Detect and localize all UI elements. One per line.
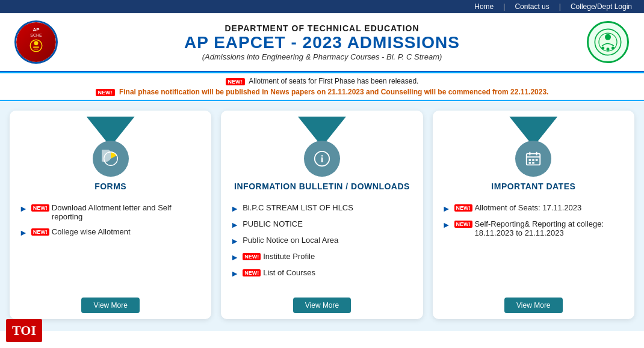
svg-rect-21: [532, 162, 534, 164]
left-logo-inner: AP SCHE: [16, 22, 56, 63]
new-badge-dt-2: NEW!: [454, 221, 472, 228]
downloads-item-4[interactable]: ► NEW! Institute Profile: [231, 252, 413, 262]
downloads-info-icon: i: [313, 150, 331, 168]
dates-item-2-text: Self-Reporting& Reporting at college: 18…: [475, 219, 625, 237]
new-badge-dl-4: NEW!: [243, 253, 261, 260]
downloads-view-more-button[interactable]: View More: [293, 298, 351, 313]
top-navigation: Home | Contact us | College/Dept Login: [0, 0, 644, 13]
downloads-item-2-text: PUBLIC NOTICE: [243, 219, 303, 228]
downloads-card-header: i INFORMATION BULLETIN / DOWNLOADS: [221, 111, 423, 196]
dates-card-footer: View More: [433, 292, 634, 319]
svg-point-6: [605, 34, 611, 40]
arrow-icon-2: ►: [19, 228, 28, 237]
new-badge-1: NEW!: [226, 78, 245, 85]
new-badge-forms-1: NEW!: [31, 204, 49, 212]
dates-item-2[interactable]: ► NEW! Self-Reporting& Reporting at coll…: [442, 219, 625, 237]
right-logo-circle: [587, 21, 629, 63]
login-link[interactable]: College/Dept Login: [571, 2, 632, 11]
forms-card-body: ► NEW! Download Allotment letter and Sel…: [10, 196, 211, 292]
downloads-item-2[interactable]: ► PUBLIC NOTICE: [231, 219, 413, 230]
right-logo-emblem-icon: [593, 27, 623, 57]
downloads-card: i INFORMATION BULLETIN / DOWNLOADS ► Bi.…: [221, 111, 423, 319]
svg-point-9: [611, 47, 615, 50]
downloads-card-body: ► Bi.P.C STREAM LIST OF HLCS ► PUBLIC NO…: [221, 196, 423, 292]
downloads-item-4-text: Institute Profile: [263, 252, 315, 261]
announcement-1: NEW! Allotment of seats for First Phase …: [12, 76, 632, 87]
downloads-item-1[interactable]: ► Bi.P.C STREAM LIST OF HLCS: [231, 203, 413, 213]
new-badge-dt-1: NEW!: [454, 204, 472, 212]
forms-chart-icon: [102, 150, 120, 168]
svg-point-8: [607, 47, 610, 50]
arrow-icon-dt-1: ►: [442, 204, 451, 213]
svg-point-1: [34, 41, 39, 46]
dates-card-header: IMPORTANT DATES: [433, 111, 634, 196]
arrow-icon-dl-3: ►: [231, 236, 239, 246]
page-subtitle: (Admissions into Engineering & Pharmacy …: [60, 52, 584, 61]
page-header: AP SCHE DEPARTMENT OF TECHNICAL EDUCATIO…: [0, 13, 644, 72]
svg-rect-2: [33, 47, 39, 48]
forms-card-title: FORMS: [88, 182, 132, 191]
arrow-icon-dl-5: ►: [231, 269, 239, 278]
forms-icon-circle: [93, 141, 129, 177]
logo-right: [584, 18, 632, 66]
main-content-area: FORMS ► NEW! Download Allotment letter a…: [0, 101, 644, 331]
dates-card-title: IMPORTANT DATES: [485, 182, 581, 191]
nav-separator-1: |: [503, 2, 505, 11]
downloads-item-5[interactable]: ► NEW! List of Courses: [231, 268, 413, 278]
dates-item-1-text: Allotment of Seats: 17.11.2023: [475, 203, 582, 212]
new-badge-2: NEW!: [96, 89, 115, 96]
svg-point-7: [601, 47, 604, 50]
forms-item-1-text: Download Allotment letter and Self repor…: [52, 203, 202, 221]
contact-link[interactable]: Contact us: [515, 2, 549, 11]
dates-card: IMPORTANT DATES ► NEW! Allotment of Seat…: [433, 111, 634, 319]
svg-rect-3: [34, 49, 39, 49]
toi-badge: TOI: [6, 319, 42, 342]
svg-rect-18: [532, 159, 534, 161]
dates-view-more-button[interactable]: View More: [504, 298, 562, 313]
downloads-item-1-text: Bi.P.C STREAM LIST OF HLCS: [243, 203, 353, 212]
downloads-item-3[interactable]: ► Public Notice on Local Area: [231, 236, 413, 246]
left-logo-circle: AP SCHE: [14, 20, 58, 64]
svg-text:i: i: [321, 153, 324, 165]
forms-card-footer: View More: [10, 292, 211, 319]
forms-item-2[interactable]: ► NEW! College wise Allotment: [19, 227, 202, 237]
downloads-card-footer: View More: [221, 292, 423, 319]
svg-rect-19: [536, 159, 538, 161]
forms-view-more-button[interactable]: View More: [81, 298, 139, 313]
new-badge-dl-5: NEW!: [243, 269, 261, 276]
announcements-bar: NEW! Allotment of seats for First Phase …: [0, 72, 644, 101]
svg-rect-17: [529, 159, 531, 161]
svg-rect-20: [529, 162, 531, 164]
dates-card-body: ► NEW! Allotment of Seats: 17.11.2023 ► …: [433, 196, 634, 292]
new-badge-forms-2: NEW!: [31, 228, 49, 236]
arrow-icon-dl-1: ►: [231, 204, 239, 213]
arrow-icon-1: ►: [19, 204, 28, 213]
announcement-2: NEW! Final phase notification will be pu…: [12, 87, 632, 97]
dates-icon-circle: [515, 141, 551, 177]
downloads-item-5-text: List of Courses: [263, 268, 315, 277]
forms-item-2-text: College wise Allotment: [52, 227, 131, 236]
announcement-text-1: Allotment of seats for First Phase has b…: [249, 77, 418, 85]
logo-left: AP SCHE: [12, 18, 60, 66]
downloads-card-title: INFORMATION BULLETIN / DOWNLOADS: [228, 182, 416, 191]
forms-card-header: FORMS: [10, 111, 211, 196]
arrow-icon-dt-2: ►: [442, 220, 451, 230]
nav-separator-2: |: [559, 2, 561, 11]
home-link[interactable]: Home: [474, 2, 494, 11]
downloads-icon-circle: i: [304, 141, 340, 177]
header-center-text: DEPARTMENT OF TECHNICAL EDUCATION AP EAP…: [60, 23, 584, 61]
department-name: DEPARTMENT OF TECHNICAL EDUCATION: [60, 23, 584, 33]
page-title: AP EAPCET - 2023 ADMISSIONS: [60, 33, 584, 52]
forms-item-1[interactable]: ► NEW! Download Allotment letter and Sel…: [19, 203, 202, 221]
dates-item-1[interactable]: ► NEW! Allotment of Seats: 17.11.2023: [442, 203, 625, 213]
announcement-text-2: Final phase notification will be publish…: [119, 88, 549, 96]
forms-card: FORMS ► NEW! Download Allotment letter a…: [10, 111, 211, 319]
arrow-icon-dl-4: ►: [231, 252, 239, 262]
downloads-item-3-text: Public Notice on Local Area: [243, 236, 338, 245]
dates-calendar-icon: [524, 150, 542, 168]
left-logo-emblem-icon: [28, 37, 45, 54]
arrow-icon-dl-2: ►: [231, 220, 239, 230]
